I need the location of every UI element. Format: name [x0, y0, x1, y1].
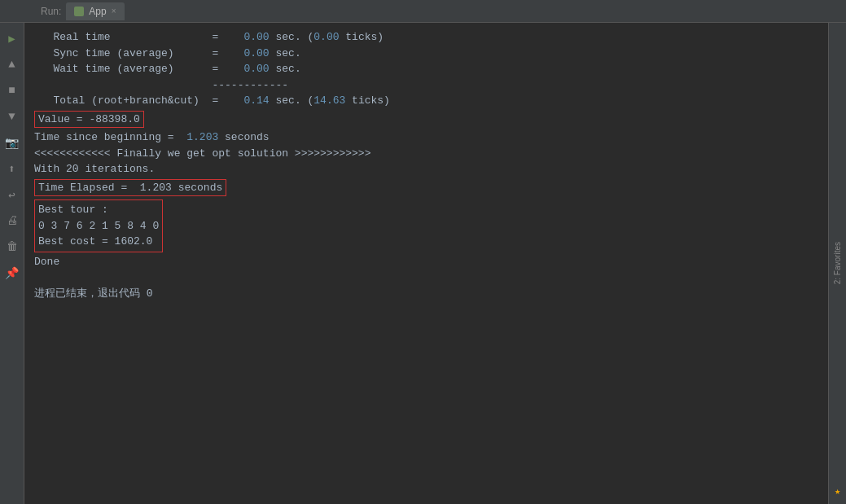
best-cost-line: Best cost = 1602.0: [38, 234, 159, 250]
upload-button[interactable]: ⬆: [3, 160, 21, 177]
console-line: Time since beginning = 1.203 seconds: [34, 129, 818, 146]
console-line: Real time = 0.00 sec. (0.00 ticks): [34, 29, 818, 46]
tab-close-button[interactable]: ×: [112, 7, 116, 15]
tab-bar: Run: App ×: [0, 0, 846, 23]
up-button[interactable]: ▲: [3, 55, 21, 73]
time-elapsed-highlight: Time Elapsed = 1.203 seconds: [34, 179, 818, 197]
favorites-bar[interactable]: 2: Favorites ★: [828, 23, 846, 504]
favorites-label: 2: Favorites: [833, 242, 842, 284]
back-button[interactable]: ↩: [3, 186, 21, 204]
value-line: Value = -88398.0: [34, 111, 144, 129]
run-label: Run:: [41, 6, 61, 17]
empty-line: [34, 270, 818, 286]
app-tab-label: App: [89, 6, 106, 17]
stop-button[interactable]: ■: [3, 81, 21, 99]
console-line: Sync time (average) = 0.00 sec.: [34, 46, 818, 62]
delete-button[interactable]: 🗑: [3, 238, 21, 256]
console-line: Total (root+branch&cut) = 0.14 sec. (14.…: [34, 93, 818, 109]
sidebar: ▶ ▲ ■ ▼ 📷 ⬆ ↩ 🖨 🗑 📌: [0, 23, 24, 504]
main-area: ▶ ▲ ■ ▼ 📷 ⬆ ↩ 🖨 🗑 📌 Real time = 0.00 sec…: [0, 23, 846, 504]
app-tab-icon: [74, 7, 84, 16]
run-button[interactable]: ▶: [3, 29, 21, 47]
best-tour-block: Best tour : 0 3 7 6 2 1 5 8 4 0 Best cos…: [34, 199, 163, 252]
console-line: <<<<<<<<<<<< Finally we get opt solution…: [34, 146, 818, 162]
value-highlight: Value = -88398.0: [34, 111, 818, 129]
print-button[interactable]: 🖨: [3, 212, 21, 230]
best-tour-values: 0 3 7 6 2 1 5 8 4 0: [38, 218, 159, 234]
pin-button[interactable]: 📌: [3, 264, 21, 282]
time-elapsed-line: Time Elapsed = 1.203 seconds: [34, 179, 226, 197]
console-line: With 20 iterations.: [34, 161, 818, 177]
console-line: ------------: [34, 77, 818, 94]
console-line: Wait time (average) = 0.00 sec.: [34, 61, 818, 77]
best-tour-header: Best tour :: [38, 202, 159, 218]
down-button[interactable]: ▼: [3, 107, 21, 125]
favorites-star-icon: ★: [835, 485, 840, 497]
camera-button[interactable]: 📷: [3, 134, 21, 151]
app-tab[interactable]: App ×: [66, 2, 124, 20]
exit-line: 进程已结束，退出代码 0: [34, 286, 818, 302]
console-output: Real time = 0.00 sec. (0.00 ticks) Sync …: [24, 23, 828, 504]
done-line: Done: [34, 254, 818, 270]
